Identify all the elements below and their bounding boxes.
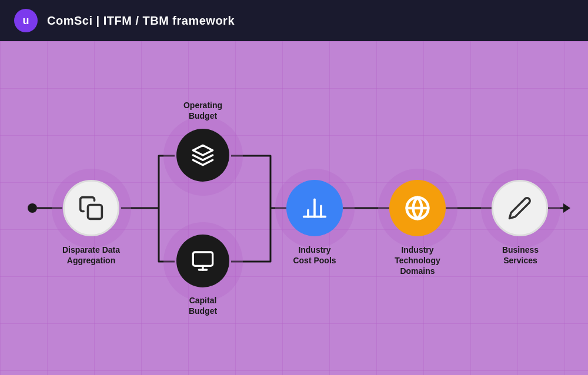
main-diagram: Disparate DataAggregation OperatingBudge… xyxy=(0,41,588,375)
label-techdomains: IndustryTechnologyDomains xyxy=(379,245,456,277)
pen-icon xyxy=(507,196,532,220)
label-businessservices: BusinessServices xyxy=(482,245,559,266)
node-disparate xyxy=(63,180,119,236)
barchart-icon xyxy=(302,195,328,221)
copy-icon xyxy=(78,195,104,221)
node-businessservices xyxy=(492,180,548,236)
globe-icon xyxy=(405,195,430,221)
node-techdomains xyxy=(389,180,446,236)
layers-icon xyxy=(191,143,215,167)
label-disparate: Disparate DataAggregation xyxy=(53,245,129,266)
label-costpools: IndustryCost Pools xyxy=(276,245,353,266)
label-capital: CapitalBudget xyxy=(168,295,238,316)
monitor-icon xyxy=(191,249,215,273)
svg-rect-10 xyxy=(193,252,212,266)
node-costpools xyxy=(286,180,343,236)
logo-letter: u xyxy=(23,15,29,27)
header: u ComSci | ITFM / TBM framework xyxy=(0,0,588,41)
node-operating xyxy=(176,129,229,182)
node-capital xyxy=(176,235,229,287)
svg-rect-8 xyxy=(88,205,102,219)
logo: u xyxy=(14,9,38,32)
svg-marker-9 xyxy=(193,145,212,155)
header-title: ComSci | ITFM / TBM framework xyxy=(47,14,235,28)
label-operating: OperatingBudget xyxy=(168,100,238,121)
